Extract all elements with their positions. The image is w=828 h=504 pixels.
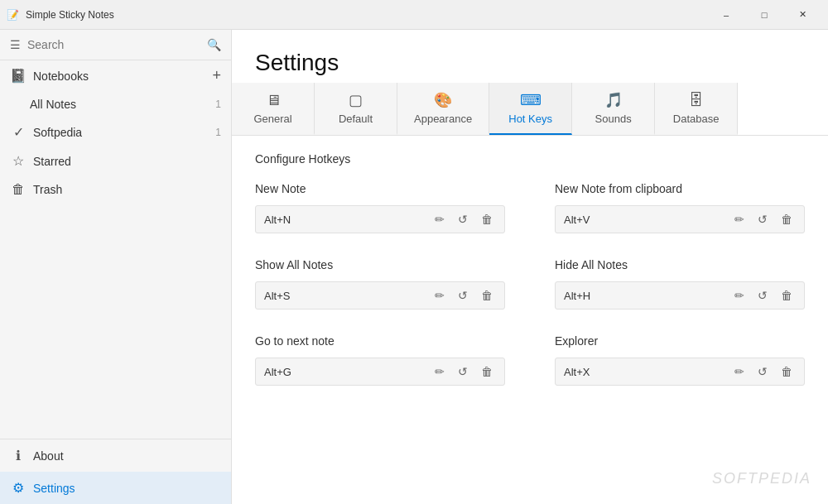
settings-title: Settings	[232, 30, 828, 83]
hotkey-reset-show-all-notes[interactable]: ↺	[455, 287, 471, 304]
settings-body: Configure Hotkeys New NoteAlt+N✏↺🗑New No…	[232, 136, 828, 504]
close-button[interactable]: ✕	[783, 0, 821, 30]
hotkey-label-hide-all-notes: Hide All Notes	[555, 258, 805, 271]
tab-appearance[interactable]: 🎨Appearance	[397, 83, 489, 135]
hotkey-value-new-note: Alt+N	[264, 214, 425, 226]
hotkey-group-go-to-next-note: Go to next noteAlt+G✏↺🗑	[255, 334, 505, 386]
general-tab-label: General	[253, 113, 291, 125]
hotkeys-tab-icon: ⌨	[520, 91, 542, 109]
sidebar: ☰ 🔍 📓 Notebooks + All Notes 1 ✓ Softpedi…	[0, 30, 232, 504]
content-area: Settings 🖥General▢Default🎨Appearance⌨Hot…	[232, 30, 828, 504]
appearance-tab-icon: 🎨	[434, 91, 452, 109]
hotkey-edit-show-all-notes[interactable]: ✏	[431, 287, 448, 304]
hotkey-label-new-note: New Note	[255, 182, 505, 195]
hotkey-group-new-note-clipboard: New Note from clipboardAlt+V✏↺🗑	[555, 182, 805, 233]
tab-hotkeys[interactable]: ⌨Hot Keys	[489, 83, 572, 135]
hamburger-icon: ☰	[10, 38, 21, 51]
app-title: Simple Sticky Notes	[26, 9, 114, 21]
settings-tabs: 🖥General▢Default🎨Appearance⌨Hot Keys🎵Sou…	[232, 83, 828, 136]
main-layout: ☰ 🔍 📓 Notebooks + All Notes 1 ✓ Softpedi…	[0, 30, 828, 504]
hotkey-reset-new-note-clipboard[interactable]: ↺	[754, 211, 771, 228]
sidebar-item-notebooks[interactable]: 📓 Notebooks +	[0, 60, 231, 91]
database-tab-icon: 🗄	[689, 92, 704, 109]
hotkey-edit-explorer[interactable]: ✏	[731, 363, 748, 380]
all-notes-label: All Notes	[30, 98, 209, 111]
hotkeys-tab-label: Hot Keys	[508, 113, 552, 125]
database-tab-label: Database	[673, 113, 720, 125]
softpedia-badge: 1	[215, 127, 221, 138]
settings-label: Settings	[33, 482, 75, 495]
sidebar-item-all-notes[interactable]: All Notes 1	[0, 91, 231, 118]
tab-general[interactable]: 🖥General	[232, 83, 315, 135]
sidebar-item-about[interactable]: ℹ About	[0, 439, 231, 472]
hotkey-label-show-all-notes: Show All Notes	[255, 258, 505, 271]
default-tab-icon: ▢	[349, 91, 363, 109]
general-tab-icon: 🖥	[266, 92, 281, 109]
maximize-button[interactable]: □	[745, 0, 783, 30]
hotkey-value-hide-all-notes: Alt+H	[564, 290, 724, 302]
softpedia-label: Softpedia	[33, 126, 209, 139]
hotkey-row-new-note-clipboard: Alt+V✏↺🗑	[555, 205, 805, 233]
hotkey-group-hide-all-notes: Hide All NotesAlt+H✏↺🗑	[555, 258, 805, 310]
hotkeys-grid: New NoteAlt+N✏↺🗑New Note from clipboardA…	[255, 182, 805, 386]
hotkey-delete-new-note-clipboard[interactable]: 🗑	[777, 211, 796, 228]
hotkey-reset-hide-all-notes[interactable]: ↺	[754, 287, 771, 304]
default-tab-label: Default	[339, 113, 373, 125]
sounds-tab-label: Sounds	[595, 113, 632, 125]
check-icon: ✓	[10, 124, 26, 140]
hotkey-group-new-note: New NoteAlt+N✏↺🗑	[255, 182, 505, 233]
search-bar: ☰ 🔍	[0, 30, 231, 60]
star-icon: ☆	[10, 153, 26, 169]
hotkey-edit-go-to-next-note[interactable]: ✏	[431, 363, 448, 380]
about-icon: ℹ	[10, 448, 26, 463]
hotkey-group-explorer: ExplorerAlt+X✏↺🗑	[555, 334, 805, 386]
hotkey-row-go-to-next-note: Alt+G✏↺🗑	[255, 358, 505, 386]
tab-database[interactable]: 🗄Database	[655, 83, 738, 135]
sidebar-bottom: ℹ About ⚙ Settings	[0, 439, 231, 504]
appearance-tab-label: Appearance	[414, 113, 472, 125]
sounds-tab-icon: 🎵	[604, 91, 623, 109]
hotkey-edit-new-note-clipboard[interactable]: ✏	[731, 211, 748, 228]
sidebar-item-starred[interactable]: ☆ Starred	[0, 146, 231, 175]
sidebar-item-trash[interactable]: 🗑 Trash	[0, 175, 231, 204]
hotkey-delete-hide-all-notes[interactable]: 🗑	[777, 287, 796, 304]
tab-default[interactable]: ▢Default	[315, 83, 397, 135]
hotkey-row-hide-all-notes: Alt+H✏↺🗑	[555, 281, 805, 310]
hotkey-edit-hide-all-notes[interactable]: ✏	[731, 287, 748, 304]
hotkey-edit-new-note[interactable]: ✏	[431, 211, 448, 228]
hotkey-label-new-note-clipboard: New Note from clipboard	[555, 182, 805, 195]
all-notes-badge: 1	[215, 98, 221, 110]
hotkey-group-show-all-notes: Show All NotesAlt+S✏↺🗑	[255, 258, 505, 310]
titlebar: 📝 Simple Sticky Notes – □ ✕	[0, 0, 828, 30]
hotkey-row-new-note: Alt+N✏↺🗑	[255, 205, 505, 233]
minimize-button[interactable]: –	[707, 0, 745, 30]
hotkey-delete-new-note[interactable]: 🗑	[478, 211, 496, 228]
hotkey-value-new-note-clipboard: Alt+V	[564, 214, 724, 226]
hotkey-row-show-all-notes: Alt+S✏↺🗑	[255, 281, 505, 310]
hotkey-reset-new-note[interactable]: ↺	[455, 211, 471, 228]
search-button[interactable]: 🔍	[207, 38, 221, 51]
notebooks-label: Notebooks	[33, 70, 205, 83]
add-notebook-button[interactable]: +	[212, 67, 221, 84]
sidebar-item-softpedia[interactable]: ✓ Softpedia 1	[0, 118, 231, 146]
hotkey-delete-show-all-notes[interactable]: 🗑	[478, 287, 496, 304]
hotkey-value-go-to-next-note: Alt+G	[264, 366, 425, 378]
trash-icon: 🗑	[10, 182, 26, 197]
app-icon: 📝	[7, 9, 19, 21]
hotkey-delete-explorer[interactable]: 🗑	[777, 363, 796, 380]
trash-label: Trash	[33, 183, 221, 196]
hotkey-label-explorer: Explorer	[555, 334, 805, 348]
window-controls: – □ ✕	[707, 0, 821, 30]
hotkey-value-explorer: Alt+X	[564, 366, 724, 378]
starred-label: Starred	[33, 155, 221, 168]
tab-sounds[interactable]: 🎵Sounds	[572, 83, 655, 135]
about-label: About	[33, 449, 64, 463]
hotkey-label-go-to-next-note: Go to next note	[255, 334, 505, 348]
titlebar-title: 📝 Simple Sticky Notes	[7, 9, 114, 21]
hotkey-reset-explorer[interactable]: ↺	[754, 363, 771, 380]
search-input[interactable]	[27, 38, 200, 51]
hotkey-value-show-all-notes: Alt+S	[264, 290, 425, 302]
sidebar-item-settings[interactable]: ⚙ Settings	[0, 472, 231, 504]
hotkey-reset-go-to-next-note[interactable]: ↺	[455, 363, 471, 380]
hotkey-delete-go-to-next-note[interactable]: 🗑	[478, 363, 496, 380]
